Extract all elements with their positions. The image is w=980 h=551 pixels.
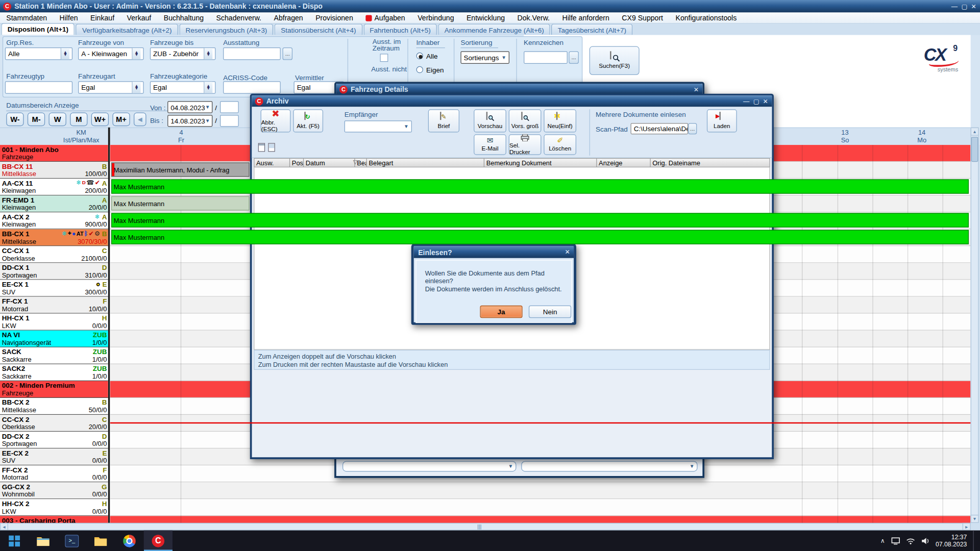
close-button[interactable]: ✕ [694,86,699,92]
taskbar-console-button[interactable]: >_ [58,531,86,551]
spinner-icon[interactable]: ▲▼ [204,82,212,93]
scroll-left-button[interactable]: ◄ [0,523,8,531]
vehicle-row[interactable]: CC-CX 2 C Oberklasse 20/0/0 [0,415,108,432]
scroll-down-button[interactable]: ▼ [971,515,979,523]
vehicle-row[interactable]: FF-CX 2 F Motorrad 0/0/0 [0,465,108,482]
fahrzeugart-select[interactable]: Egal▲▼ [78,81,144,93]
tab[interactable]: Tagesübersicht (Alt+7) [551,24,632,35]
minimize-button[interactable]: — [951,3,958,10]
menu-item[interactable]: CX9 Support [616,14,669,22]
menu-item[interactable]: Verkauf [120,14,157,22]
vehicle-row[interactable]: CC-CX 1 C Oberklasse 2100/0/0 [0,246,108,263]
taskbar-clock[interactable]: 12:37 07.08.2023 [936,533,967,548]
loeschen-button[interactable]: ✐ Löschen [544,134,576,155]
column-header[interactable]: Datum [304,159,355,167]
minimize-button[interactable]: — [743,98,749,105]
taskbar-explorer-button[interactable] [29,531,57,551]
menu-item[interactable]: Einkauf [84,14,120,22]
scan-pfad-input[interactable]: C:\Users\alena\Des [631,123,689,134]
von-date-select[interactable]: 04.08.2023▼ [167,101,212,113]
laden-button[interactable]: ▶ Laden [707,109,737,132]
sort-indicator-icon[interactable]: ▽ [353,159,357,165]
inhaber-alle-radio[interactable] [416,53,423,59]
column-header[interactable]: Bemerkung Dokument [484,159,597,167]
horizontal-scroll-grip[interactable]: ||| [472,523,486,531]
vehicle-row[interactable]: HH-CX 1 H LKW 0/0/0 [0,314,108,331]
vehicle-row[interactable]: BB-CX 2 B Mittelklasse 50/0/0 [0,398,108,415]
volume-tray-icon[interactable] [921,537,929,544]
vorschau-gross-button[interactable]: Vors. groß [509,109,542,132]
booking-bar[interactable]: Max Mustermann [111,230,969,244]
ja-button[interactable]: Ja [480,306,522,318]
acriss-input[interactable] [223,81,281,93]
fahrzeuge-von-select[interactable]: A - Kleinwagen▲▼ [78,47,144,60]
archiv-titlebar[interactable]: C Archiv — ▢ ✕ [252,95,772,107]
vehicle-row[interactable]: 002 - Minden Premium Fahrzeuge [0,381,108,398]
week-button[interactable]: W [49,112,66,126]
grid-row[interactable] [110,516,971,522]
menu-item[interactable]: Aufgaben [359,14,411,22]
vehicle-row[interactable]: FR-EMD 1 A Kleinwagen 20/0/0 [0,195,108,212]
column-header[interactable]: Belegart [367,159,484,167]
empfaenger-select[interactable]: ▼ [345,120,412,132]
layout-toggle-1[interactable] [258,143,265,152]
sel-drucker-button[interactable]: Sel. Drucker [509,134,542,155]
scan-pfad-more-button[interactable]: ... [688,123,697,134]
vehicle-row[interactable]: HH-CX 2 H LKW 0/0/0 [0,499,108,516]
von-extra-input[interactable] [220,101,239,113]
grid-row[interactable]: Max Mustermann [110,229,971,246]
nein-button[interactable]: Nein [529,306,571,318]
einlesen-titlebar[interactable]: Einlesen? ✕ [414,246,574,258]
inhaber-eigen-radio[interactable] [416,66,423,73]
start-button[interactable] [0,531,29,551]
vehicle-row[interactable]: BB-CX 1 ❄ ✚ ● AT ᛒ ✔ ⚙ B Mittelklasse 30… [0,229,108,246]
spinner-icon[interactable]: ▲▼ [61,48,69,59]
tray-expand-icon[interactable]: ∧ [880,537,885,544]
ausst-zeitraum-checkbox[interactable] [380,54,388,62]
maximize-button[interactable]: ▢ [961,3,967,10]
vertical-scroll-thumb[interactable] [971,137,978,162]
fd-combo-left[interactable]: ▼ [342,461,516,472]
spinner-icon[interactable]: ▲▼ [132,48,140,59]
column-header[interactable]: Anzeige [597,159,650,167]
ausstattung-more-button[interactable]: ... [282,47,292,60]
vehicle-row[interactable]: AA-CX 2 ❄ A Kleinwagen 900/0/0 [0,212,108,229]
maximize-button[interactable]: ▢ [753,98,760,105]
booking-bar[interactable]: Max Mustermann [111,196,250,210]
grid-row[interactable]: Max Mustermann [110,212,971,229]
vertical-scrollbar[interactable] [971,128,979,523]
vehicle-row[interactable]: EE-CX 2 E SUV 0/0/0 [0,448,108,465]
brief-button[interactable]: ✎ Brief [428,109,459,132]
column-header[interactable]: Orig. Dateiname [651,159,770,167]
tab[interactable]: Ankommende Fahrzeuge (Alt+6) [438,24,550,35]
tab[interactable]: Reservierungsbuch (Alt+3) [179,24,273,35]
ausstattung-input[interactable] [223,47,281,60]
vehicle-row[interactable]: AA-CX 11 ❄ D ☎ ✔ A Kleinwagen 200/0/0 [0,179,108,195]
spinner-icon[interactable]: ▲▼ [204,48,212,59]
kennzeichen-input[interactable] [524,51,568,63]
booking-bar[interactable]: Max Mustermann [111,179,969,193]
suchen-button[interactable]: Suchen(F3) [590,46,640,75]
month-plus-button[interactable]: M+ [112,112,130,126]
vehicle-row[interactable]: 003 - Carsharing Porta Fahrzeuge [0,516,108,522]
grid-row[interactable] [110,482,971,499]
vehicle-row[interactable]: FF-CX 1 F Motorrad 10/0/0 [0,297,108,314]
taskbar-app-button-active[interactable]: C [144,531,173,551]
vehicle-row[interactable]: 001 - Minden Abo Fahrzeuge [0,145,108,162]
menu-item[interactable]: Buchhaltung [158,14,210,22]
fahrzeuge-bis-select[interactable]: ZUB - Zubehör▲▼ [150,47,216,60]
booking-bar[interactable]: Max Mustermann [111,213,969,228]
menu-item[interactable]: Provisionen [309,14,359,22]
show-desktop-button[interactable] [973,531,976,551]
vehicle-row[interactable]: GG-CX 2 G Wohnmobil 0/0/0 [0,482,108,499]
email-button[interactable]: ✉ E-Mail [474,134,506,155]
spinner-icon[interactable]: ▲▼ [132,82,140,93]
vehicle-row[interactable]: SACK2 ZUB Sackkarre 1/0/0 [0,364,108,381]
layout-toggle-2[interactable] [268,143,275,152]
vehicle-row[interactable]: BB-CX 11 B Mittelklasse 100/0/0 [0,162,108,179]
taskbar-chrome-button[interactable] [115,531,143,551]
close-button[interactable]: ✕ [971,3,976,10]
grid-row[interactable] [110,499,971,516]
aktualisieren-button[interactable]: ↻ Akt. (F5) [293,109,323,132]
scroll-up-button[interactable]: ▲ [971,128,979,136]
